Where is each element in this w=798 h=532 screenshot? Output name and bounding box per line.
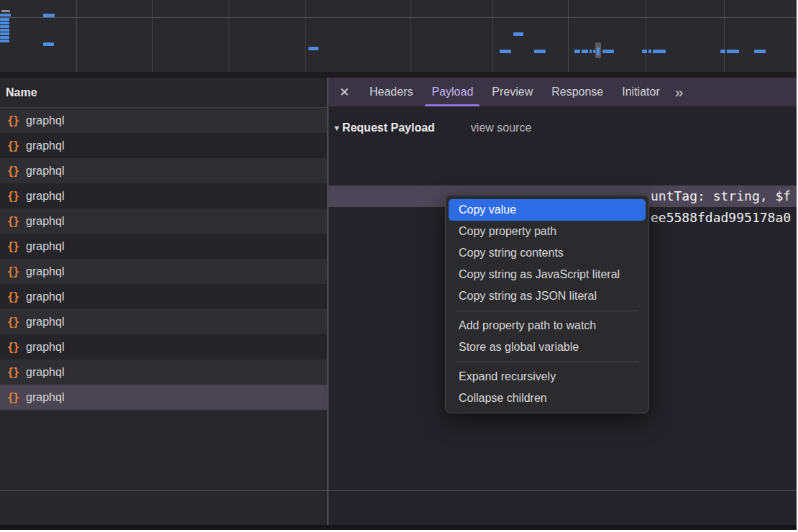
- waterfall-bar: [0, 36, 9, 39]
- json-braces-icon: {}: [7, 165, 19, 178]
- overview-gridline: [568, 0, 569, 72]
- window-bottom-edge: [0, 525, 797, 530]
- waterfall-bar: [648, 50, 651, 53]
- request-payload-title: Request Payload: [342, 121, 435, 134]
- waterfall-bar: [602, 50, 614, 53]
- json-braces-icon: {}: [7, 265, 19, 278]
- waterfall-bar: [642, 50, 647, 53]
- context-menu-item[interactable]: Expand recursively: [449, 366, 646, 387]
- context-menu-item[interactable]: Copy property path: [449, 221, 646, 242]
- network-request-row[interactable]: {} graphql: [0, 359, 327, 385]
- json-braces-icon: {}: [7, 341, 19, 354]
- network-request-row[interactable]: {} graphql: [0, 259, 327, 284]
- menu-separator: [456, 311, 638, 311]
- details-tab[interactable]: Initiator: [613, 78, 669, 106]
- context-menu-item[interactable]: Copy string as JSON literal: [449, 285, 646, 307]
- context-menu: Copy valueCopy property pathCopy string …: [445, 195, 649, 413]
- json-braces-icon: {}: [7, 215, 19, 228]
- context-menu-item[interactable]: Store as global variable: [449, 336, 646, 358]
- context-menu-item[interactable]: Collapse children: [449, 387, 646, 409]
- json-braces-icon: {}: [7, 190, 19, 203]
- waterfall-bar: [534, 50, 546, 53]
- context-menu-item[interactable]: Copy string contents: [449, 242, 646, 264]
- json-braces-icon: {}: [7, 114, 19, 127]
- requests-list: {} graphql {} graphql {} graphql {} grap…: [0, 108, 327, 410]
- waterfall-bar: [43, 42, 54, 46]
- payload-root-row[interactable]: ▼{operationName: "ipFlowTimeseries", var…: [329, 142, 797, 164]
- waterfall-bar: [727, 50, 739, 53]
- name-column-header[interactable]: Name: [0, 78, 327, 108]
- overview-gridline: [724, 0, 725, 72]
- overview-gridline: [76, 0, 77, 72]
- network-request-row[interactable]: {} graphql: [0, 309, 327, 334]
- network-request-row[interactable]: {} graphql: [0, 234, 327, 259]
- waterfall-bar: [0, 14, 11, 17]
- json-braces-icon: {}: [7, 139, 19, 152]
- request-name-label: graphql: [26, 366, 64, 379]
- devtools-network-panel: Name {} graphql {} graphql {} graphql {}…: [0, 0, 797, 530]
- waterfall-bar: [597, 47, 600, 55]
- details-tabbar: ✕ HeadersPayloadPreviewResponseInitiator…: [329, 78, 797, 106]
- details-tab[interactable]: Headers: [360, 78, 422, 106]
- json-braces-icon: {}: [7, 290, 19, 303]
- context-menu-item[interactable]: Add property path to watch: [449, 315, 646, 336]
- waterfall-bar: [43, 14, 55, 17]
- waterfall-bar: [0, 32, 9, 35]
- query-value-continuation: untTag: string, $f: [651, 185, 791, 207]
- request-name-label: graphql: [26, 114, 64, 127]
- network-request-row[interactable]: {} graphql: [0, 284, 327, 309]
- request-name-label: graphql: [26, 341, 64, 354]
- overview-gridline: [0, 17, 797, 18]
- details-tab[interactable]: Response: [542, 78, 613, 106]
- network-request-row[interactable]: {} graphql: [0, 158, 327, 183]
- waterfall-bar: [513, 32, 523, 36]
- json-braces-icon: {}: [7, 391, 19, 404]
- network-request-row[interactable]: {} graphql: [0, 334, 327, 359]
- network-request-row[interactable]: {} graphql: [0, 133, 327, 158]
- waterfall-bar: [720, 50, 725, 53]
- network-overview[interactable]: [0, 0, 797, 72]
- waterfall-bar: [590, 50, 592, 53]
- section-collapse-triangle-icon[interactable]: ▼: [333, 124, 341, 132]
- request-payload-header: ▼ Request Payload view source: [333, 118, 797, 138]
- waterfall-bar: [0, 29, 9, 32]
- waterfall-bar: [0, 22, 9, 24]
- details-tab[interactable]: Preview: [482, 78, 542, 106]
- property-row-operation-name[interactable]: operationName: "ipFlowTimeseries": [329, 164, 797, 185]
- waterfall-bar: [653, 50, 666, 53]
- context-menu-item[interactable]: Copy value: [449, 199, 646, 221]
- waterfall-bar: [754, 50, 766, 53]
- request-name-label: graphql: [26, 316, 64, 329]
- details-tab[interactable]: Payload: [422, 78, 482, 106]
- network-request-row[interactable]: {} graphql: [0, 385, 327, 410]
- request-name-label: graphql: [26, 215, 64, 228]
- requests-list-panel: Name {} graphql {} graphql {} graphql {}…: [0, 78, 327, 526]
- close-details-button[interactable]: ✕: [329, 85, 360, 100]
- waterfall-bar: [0, 40, 9, 42]
- waterfall-bar: [1, 10, 10, 12]
- context-menu-item[interactable]: Copy string as JavaScript literal: [449, 264, 646, 285]
- network-request-row[interactable]: {} graphql: [0, 108, 327, 133]
- request-name-label: graphql: [26, 391, 64, 404]
- more-tabs-button[interactable]: »: [675, 78, 684, 106]
- network-request-row[interactable]: {} graphql: [0, 183, 327, 208]
- overview-gridline: [410, 0, 411, 72]
- request-name-label: graphql: [26, 165, 64, 178]
- json-braces-icon: {}: [7, 240, 19, 253]
- network-request-row[interactable]: {} graphql: [0, 208, 327, 234]
- overview-gridline: [492, 0, 493, 72]
- waterfall-bar: [308, 47, 318, 50]
- json-braces-icon: {}: [7, 316, 19, 329]
- waterfall-bar: [0, 25, 9, 28]
- waterfall-bar: [574, 50, 580, 53]
- menu-separator: [456, 362, 638, 362]
- overview-gridline: [152, 0, 153, 72]
- waterfall-bar: [582, 50, 588, 53]
- request-name-label: graphql: [26, 240, 64, 253]
- request-name-label: graphql: [26, 265, 64, 278]
- variables-value-continuation: ee5588fdad995178a0: [651, 207, 791, 229]
- view-source-button[interactable]: view source: [471, 121, 531, 134]
- overview-divider: [0, 72, 797, 78]
- request-name-label: graphql: [26, 139, 64, 152]
- json-braces-icon: {}: [7, 366, 19, 379]
